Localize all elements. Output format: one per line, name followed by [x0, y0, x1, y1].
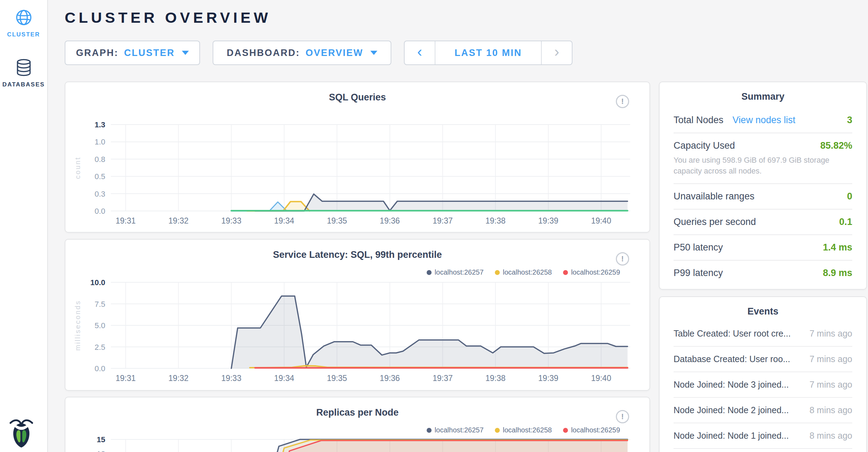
svg-text:1.3: 1.3 — [94, 120, 105, 129]
event-row[interactable]: Table Created: User root cre...7 mins ag… — [674, 321, 852, 347]
time-range-selector: ‹ LAST 10 MIN › — [404, 41, 572, 65]
svg-text:19:37: 19:37 — [433, 216, 453, 225]
event-text: Node Joined: Node 2 joined... — [674, 405, 789, 415]
event-text: Node Joined: Node 1 joined... — [674, 431, 789, 441]
replicas-canvas: 19:3119:3219:3319:3419:3519:3619:3719:38… — [65, 397, 649, 452]
event-row[interactable]: Node Joined: Node 1 joined...8 mins ago — [674, 423, 852, 449]
svg-text:count: count — [74, 157, 81, 179]
svg-text:7.5: 7.5 — [94, 300, 105, 309]
svg-text:19:32: 19:32 — [169, 374, 189, 383]
legend-label: localhost:26257 — [435, 268, 484, 276]
globe-icon — [15, 8, 33, 27]
event-row[interactable]: Database Created: User roo...7 mins ago — [674, 347, 852, 372]
info-icon[interactable]: ! — [616, 410, 629, 423]
svg-text:19:39: 19:39 — [538, 374, 558, 383]
events-rows: Table Created: User root cre...7 mins ag… — [674, 321, 852, 449]
chevron-down-icon — [182, 51, 189, 55]
svg-text:15: 15 — [97, 435, 105, 444]
summary-row: Total NodesView nodes list3 — [674, 108, 852, 133]
dashboard-dropdown-value: OVERVIEW — [306, 48, 363, 58]
event-text: Database Created: User roo... — [674, 354, 790, 364]
latency-canvas: 19:3119:3219:3319:3419:3519:3619:3719:38… — [65, 240, 649, 391]
svg-text:19:38: 19:38 — [485, 374, 506, 383]
event-text: Node Joined: Node 3 joined... — [674, 380, 789, 390]
info-icon[interactable]: ! — [616, 95, 629, 108]
graph-dropdown-label: GRAPH: — [76, 48, 119, 58]
chevron-down-icon — [370, 51, 377, 55]
svg-text:19:36: 19:36 — [380, 216, 400, 225]
event-time: 7 mins ago — [810, 354, 852, 364]
replicas-per-node-card: Replicas per Node ! 19:3119:3219:3319:34… — [65, 397, 650, 452]
main-content: CLUSTER OVERVIEW GRAPH: CLUSTER DASHBOAR… — [48, 0, 868, 452]
summary-title: Summary — [660, 82, 866, 102]
legend-label: localhost:26257 — [435, 426, 484, 434]
sidebar-item-cluster[interactable]: CLUSTER — [0, 0, 47, 38]
summary-row: P50 latency1.4 ms — [674, 235, 852, 261]
svg-text:0.3: 0.3 — [94, 190, 105, 198]
page-title: CLUSTER OVERVIEW — [65, 9, 271, 26]
svg-text:10.0: 10.0 — [90, 278, 105, 287]
svg-text:5.0: 5.0 — [94, 321, 105, 330]
summary-row: Queries per second0.1 — [674, 210, 852, 235]
event-time: 8 mins ago — [810, 405, 852, 415]
summary-row-label: P99 latency — [674, 268, 723, 278]
svg-text:19:37: 19:37 — [433, 374, 453, 383]
chart-legend: localhost:26257localhost:26258localhost:… — [427, 426, 620, 434]
legend-dot-icon — [563, 428, 568, 433]
events-panel: Events Table Created: User root cre...7 … — [659, 296, 867, 452]
chart-legend: localhost:26257localhost:26258localhost:… — [427, 268, 620, 276]
service-latency-card: Service Latency: SQL, 99th percentile ! … — [65, 239, 650, 391]
info-icon[interactable]: ! — [616, 252, 629, 266]
svg-text:2.5: 2.5 — [94, 343, 105, 352]
legend-label: localhost:26258 — [503, 268, 552, 276]
svg-text:19:31: 19:31 — [116, 216, 136, 225]
svg-text:milliseconds: milliseconds — [74, 300, 81, 351]
summary-row-value: 8.9 ms — [823, 268, 852, 278]
view-nodes-list-link[interactable]: View nodes list — [733, 115, 796, 126]
chart-title: Service Latency: SQL, 99th percentile — [65, 249, 649, 260]
legend-item[interactable]: localhost:26258 — [495, 268, 552, 276]
summary-row-label: Unavailable ranges — [674, 191, 754, 202]
time-next-button[interactable]: › — [541, 41, 572, 64]
legend-label: localhost:26258 — [503, 426, 552, 434]
legend-item[interactable]: localhost:26258 — [495, 426, 552, 434]
svg-text:19:40: 19:40 — [591, 374, 611, 383]
legend-dot-icon — [495, 270, 500, 275]
svg-text:19:35: 19:35 — [327, 216, 347, 225]
svg-text:13: 13 — [97, 450, 105, 452]
summary-row-value: 0 — [847, 191, 852, 202]
summary-row: Unavailable ranges0 — [674, 184, 852, 210]
svg-text:0.8: 0.8 — [94, 155, 105, 164]
svg-text:0.5: 0.5 — [94, 172, 105, 181]
legend-item[interactable]: localhost:26259 — [563, 268, 620, 276]
summary-row-label: P50 latency — [674, 242, 723, 253]
svg-text:19:39: 19:39 — [538, 216, 558, 225]
legend-dot-icon — [563, 270, 568, 275]
summary-rows: Total NodesView nodes list3Capacity Used… — [674, 108, 852, 285]
sidebar-item-databases[interactable]: DATABASES — [0, 58, 47, 88]
event-row[interactable]: Node Joined: Node 2 joined...8 mins ago — [674, 398, 852, 423]
graph-dropdown[interactable]: GRAPH: CLUSTER — [65, 41, 200, 65]
dashboard-dropdown[interactable]: DASHBOARD: OVERVIEW — [213, 41, 391, 65]
svg-text:19:40: 19:40 — [591, 216, 611, 225]
legend-dot-icon — [427, 270, 432, 275]
event-row[interactable]: Node Joined: Node 3 joined...7 mins ago — [674, 372, 852, 398]
summary-row-value: 3 — [847, 115, 852, 126]
cockroachdb-logo — [8, 417, 34, 449]
database-icon — [15, 58, 33, 77]
summary-panel: Summary Total NodesView nodes list3Capac… — [659, 82, 867, 290]
summary-row-label: Queries per second — [674, 217, 756, 227]
legend-item[interactable]: localhost:26257 — [427, 426, 484, 434]
controls-bar: GRAPH: CLUSTER DASHBOARD: OVERVIEW ‹ LAS… — [65, 41, 572, 65]
event-time: 7 mins ago — [810, 329, 852, 339]
legend-label: localhost:26259 — [571, 268, 620, 276]
legend-item[interactable]: localhost:26259 — [563, 426, 620, 434]
summary-row-label: Capacity Used — [674, 140, 735, 151]
time-range-value[interactable]: LAST 10 MIN — [435, 41, 541, 64]
legend-dot-icon — [427, 428, 432, 433]
summary-row: P99 latency8.9 ms — [674, 261, 852, 285]
sql-queries-canvas: 19:3119:3219:3319:3419:3519:3619:3719:38… — [65, 82, 649, 233]
time-prev-button[interactable]: ‹ — [405, 41, 435, 64]
dashboard-dropdown-label: DASHBOARD: — [227, 48, 300, 58]
legend-item[interactable]: localhost:26257 — [427, 268, 484, 276]
